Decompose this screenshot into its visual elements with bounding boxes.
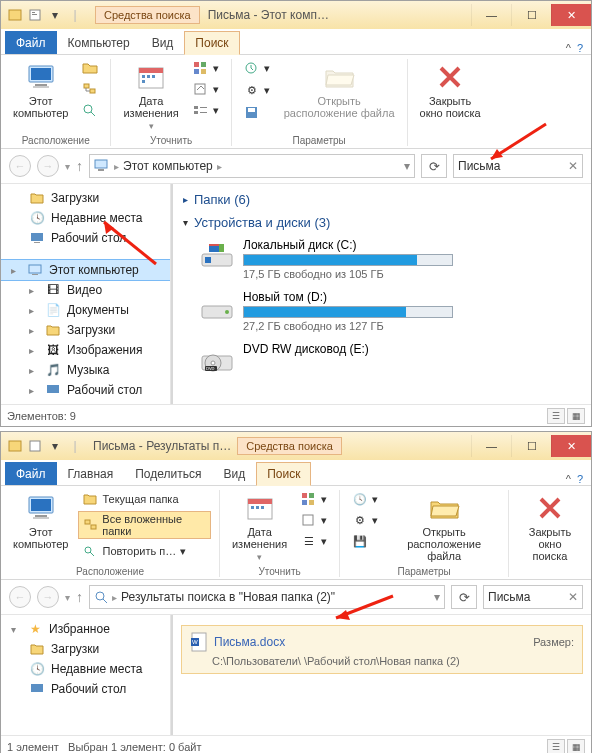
save-small-icon[interactable] (240, 103, 274, 121)
view-icons-button[interactable]: ▦ (567, 739, 585, 754)
tree-favorites[interactable]: ▾★Избранное (1, 619, 170, 639)
forward-button[interactable]: → (37, 586, 59, 608)
tree-downloads[interactable]: Загрузки (1, 639, 170, 659)
close-button[interactable]: ✕ (551, 435, 591, 457)
search-result-item[interactable]: WПисьма.docx Размер: C:\Пользователи\ \Р… (181, 625, 583, 674)
up-button[interactable]: ↑ (76, 158, 83, 174)
date-modified-button[interactable]: Дата изменения ▾ (228, 490, 291, 564)
close-search-button[interactable]: Закрыть окно поиска (517, 490, 583, 564)
current-folder-option[interactable]: Текущая папка (78, 490, 210, 508)
recent-small-icon[interactable]: 🕓▾ (348, 490, 382, 508)
svg-point-67 (96, 592, 104, 600)
refresh-button[interactable]: ⟳ (451, 585, 477, 609)
tab-view[interactable]: Вид (141, 31, 185, 54)
window-title: Письма - Этот комп… (208, 8, 471, 22)
address-dropdown-icon[interactable]: ▾ (434, 590, 440, 604)
qat-file-icon[interactable] (7, 438, 23, 454)
open-location-button[interactable]: Открыть расположение файла (280, 59, 399, 121)
this-pc-label: Этот компьютер (13, 95, 68, 119)
tab-computer[interactable]: Компьютер (57, 31, 141, 54)
folders-group-header[interactable]: ▸Папки (6) (183, 190, 581, 209)
tab-search[interactable]: Поиск (256, 462, 311, 486)
svg-rect-20 (201, 69, 206, 74)
date-modified-button[interactable]: Дата изменения ▾ (119, 59, 182, 133)
tree-pictures[interactable]: ▸🖼Изображения (1, 340, 170, 360)
qat-file-icon[interactable] (7, 7, 23, 23)
qat-props-icon[interactable] (27, 7, 43, 23)
tree-documents[interactable]: ▸📄Документы (1, 300, 170, 320)
tree-videos[interactable]: ▸🎞Видео (1, 280, 170, 300)
ribbon-collapse-icon[interactable]: ^ (566, 473, 571, 485)
drive-c[interactable]: Локальный диск (C:) 17,5 ГБ свободно из … (199, 238, 581, 280)
address-dropdown-icon[interactable]: ▾ (404, 159, 410, 173)
open-location-button[interactable]: Открыть расположение файла (388, 490, 500, 564)
search-again-small-icon[interactable] (78, 101, 102, 119)
help-icon[interactable]: ? (577, 42, 583, 54)
search-again-option[interactable]: Повторить п… ▾ (78, 542, 210, 560)
back-button[interactable]: ← (9, 155, 31, 177)
forward-button[interactable]: → (37, 155, 59, 177)
advanced-small-icon[interactable]: ⚙▾ (240, 81, 274, 99)
tree-downloads[interactable]: Загрузки (1, 188, 170, 208)
tree-desktop[interactable]: Рабочий стол (1, 679, 170, 699)
back-button[interactable]: ← (9, 586, 31, 608)
size-small-icon[interactable]: ▾ (189, 80, 223, 98)
tab-file[interactable]: Файл (5, 31, 57, 54)
maximize-button[interactable]: ☐ (511, 435, 551, 457)
address-bar[interactable]: ▸ Результаты поиска в "Новая папка (2)" … (89, 585, 445, 609)
up-button[interactable]: ↑ (76, 589, 83, 605)
ribbon-collapse-icon[interactable]: ^ (566, 42, 571, 54)
close-button[interactable]: ✕ (551, 4, 591, 26)
address-bar[interactable]: ▸ Этот компьютер ▸ ▾ (89, 154, 415, 178)
kind-small-icon[interactable]: ▾ (297, 490, 331, 508)
folder-small-icon[interactable] (78, 59, 102, 77)
this-pc-button[interactable]: Этот компьютер (9, 490, 72, 552)
minimize-button[interactable]: — (471, 435, 511, 457)
docx-icon: W (190, 632, 208, 652)
close-search-button[interactable]: Закрыть окно поиска (416, 59, 485, 121)
advanced-small-icon[interactable]: ⚙▾ (348, 511, 382, 529)
tree-music[interactable]: ▸🎵Музыка (1, 360, 170, 380)
history-dropdown-icon[interactable]: ▾ (65, 161, 70, 172)
minimize-button[interactable]: — (471, 4, 511, 26)
refresh-button[interactable]: ⟳ (421, 154, 447, 178)
breadcrumb-results[interactable]: Результаты поиска в "Новая папка (2)" (121, 590, 335, 604)
tab-main[interactable]: Главная (57, 462, 125, 485)
tree-desktop[interactable]: Рабочий стол (1, 228, 170, 248)
qat-dropdown-icon[interactable]: ▾ (47, 7, 63, 23)
maximize-button[interactable]: ☐ (511, 4, 551, 26)
clear-search-icon[interactable]: ✕ (568, 159, 578, 173)
save-small-icon[interactable]: 💾 (348, 532, 382, 550)
tab-file[interactable]: Файл (5, 462, 57, 485)
help-icon[interactable]: ? (577, 473, 583, 485)
search-input[interactable]: Письма ✕ (453, 154, 583, 178)
clear-search-icon[interactable]: ✕ (568, 590, 578, 604)
tree-desktop2[interactable]: ▸Рабочий стол (1, 380, 170, 400)
tab-share[interactable]: Поделиться (124, 462, 212, 485)
tree-recent[interactable]: 🕓Недавние места (1, 208, 170, 228)
breadcrumb-this-pc[interactable]: Этот компьютер (123, 159, 213, 173)
size-small-icon[interactable]: ▾ (297, 511, 331, 529)
this-pc-button[interactable]: Этот компьютер (9, 59, 72, 121)
tree-this-pc[interactable]: ▸Этот компьютер (1, 260, 170, 280)
tab-search[interactable]: Поиск (184, 31, 239, 55)
view-icons-button[interactable]: ▦ (567, 408, 585, 424)
tree-recent[interactable]: 🕓Недавние места (1, 659, 170, 679)
devices-group-header[interactable]: ▾Устройства и диски (3) (183, 213, 581, 232)
subfolder-small-icon[interactable] (78, 80, 102, 98)
tab-view[interactable]: Вид (212, 462, 256, 485)
all-subfolders-option[interactable]: Все вложенные папки (78, 511, 210, 539)
other-small-icon[interactable]: ▾ (189, 101, 223, 119)
history-dropdown-icon[interactable]: ▾ (65, 592, 70, 603)
view-details-button[interactable]: ☰ (547, 739, 565, 754)
kind-small-icon[interactable]: ▾ (189, 59, 223, 77)
qat-dropdown-icon[interactable]: ▾ (47, 438, 63, 454)
tree-downloads2[interactable]: ▸Загрузки (1, 320, 170, 340)
drive-dvd[interactable]: DVD DVD RW дисковод (E:) (199, 342, 581, 378)
recent-small-icon[interactable]: ▾ (240, 59, 274, 77)
view-details-button[interactable]: ☰ (547, 408, 565, 424)
search-input[interactable]: Письма ✕ (483, 585, 583, 609)
qat-props-icon[interactable] (27, 438, 43, 454)
drive-d[interactable]: Новый том (D:) 27,2 ГБ свободно из 127 Г… (199, 290, 581, 332)
other-small-icon[interactable]: ☰▾ (297, 532, 331, 550)
